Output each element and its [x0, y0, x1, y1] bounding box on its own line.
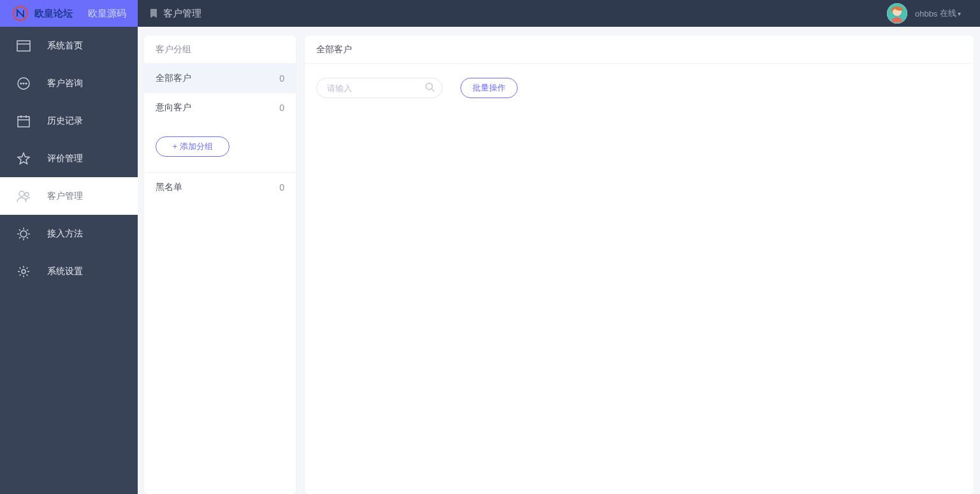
group-item-label: 全部客户	[156, 73, 191, 84]
batch-action-label: 批量操作	[472, 82, 506, 94]
svg-point-7	[23, 83, 24, 84]
sidebar-item-customers[interactable]: 客户管理	[0, 177, 138, 215]
window-icon	[0, 40, 47, 52]
sidebar-item-label: 评价管理	[47, 153, 83, 164]
groups-panel-title: 客户分组	[144, 36, 296, 64]
group-item-intent[interactable]: 意向客户 0	[144, 93, 296, 122]
sidebar-item-label: 客户咨询	[47, 78, 83, 89]
sidebar: 系统首页 客户咨询 历史记录 评价管理 客户管理 接入方法 系统设置	[0, 27, 138, 494]
svg-point-24	[22, 270, 26, 273]
group-item-all[interactable]: 全部客户 0	[144, 64, 296, 93]
brand-block[interactable]: 欧皇论坛 欧皇源码	[0, 0, 138, 27]
svg-line-20	[19, 229, 20, 231]
app-header: 欧皇论坛 欧皇源码 客户管理 ohbbs 在线 ▾	[0, 0, 980, 27]
sidebar-item-label: 历史记录	[47, 115, 83, 127]
chat-icon	[0, 76, 47, 91]
group-item-label: 黑名单	[156, 182, 182, 193]
group-item-count: 0	[279, 73, 284, 84]
user-name: ohbbs	[915, 9, 937, 18]
star-icon	[0, 152, 47, 166]
plug-icon	[0, 227, 47, 241]
svg-point-8	[26, 83, 27, 84]
sidebar-item-home[interactable]: 系统首页	[0, 27, 138, 64]
group-item-blacklist[interactable]: 黑名单 0	[144, 173, 296, 202]
svg-rect-9	[18, 117, 29, 127]
page-title-text: 客户管理	[163, 8, 201, 20]
group-item-count: 0	[279, 103, 284, 113]
batch-action-button[interactable]: 批量操作	[460, 78, 518, 98]
user-status: 在线	[940, 8, 956, 19]
sidebar-item-reviews[interactable]: 评价管理	[0, 140, 138, 177]
avatar	[887, 3, 907, 24]
group-item-count: 0	[279, 182, 284, 193]
brand-name-secondary: 欧皇源码	[88, 8, 126, 20]
user-menu[interactable]: ohbbs 在线 ▾	[887, 3, 980, 24]
sidebar-item-history[interactable]: 历史记录	[0, 102, 138, 140]
gear-icon	[0, 265, 47, 279]
bookmark-icon	[149, 8, 158, 18]
add-group-button[interactable]: + 添加分组	[156, 136, 230, 157]
content-panel: 全部客户 批量操作	[305, 36, 974, 494]
svg-rect-3	[17, 41, 30, 51]
search-input[interactable]	[316, 78, 442, 98]
groups-panel: 客户分组 全部客户 0 意向客户 0 + 添加分组 黑名单 0	[144, 36, 296, 494]
content-title: 全部客户	[305, 36, 974, 64]
main-area: 客户分组 全部客户 0 意向客户 0 + 添加分组 黑名单 0 全部客户	[138, 27, 980, 494]
page-title: 客户管理	[138, 8, 201, 20]
svg-line-23	[27, 229, 28, 231]
svg-point-14	[25, 193, 29, 196]
add-group-label: + 添加分组	[172, 141, 212, 152]
svg-point-6	[20, 83, 22, 84]
svg-line-22	[19, 237, 20, 238]
content-toolbar: 批量操作	[305, 64, 974, 112]
sidebar-item-settings[interactable]: 系统设置	[0, 252, 138, 290]
sidebar-item-label: 系统设置	[47, 266, 83, 277]
svg-line-21	[27, 237, 28, 238]
sidebar-item-label: 系统首页	[47, 40, 83, 52]
sidebar-item-label: 接入方法	[47, 228, 83, 240]
group-item-label: 意向客户	[156, 102, 191, 113]
sidebar-item-integration[interactable]: 接入方法	[0, 215, 138, 252]
caret-down-icon: ▾	[958, 10, 961, 17]
svg-point-13	[19, 191, 24, 196]
search-wrap	[316, 78, 442, 98]
brand-logo-icon	[11, 4, 29, 22]
calendar-icon	[0, 114, 47, 128]
brand-name-primary: 欧皇论坛	[34, 8, 73, 20]
svg-point-15	[20, 231, 27, 237]
sidebar-item-label: 客户管理	[47, 191, 83, 202]
user-icon	[0, 189, 47, 203]
sidebar-item-consult[interactable]: 客户咨询	[0, 64, 138, 102]
